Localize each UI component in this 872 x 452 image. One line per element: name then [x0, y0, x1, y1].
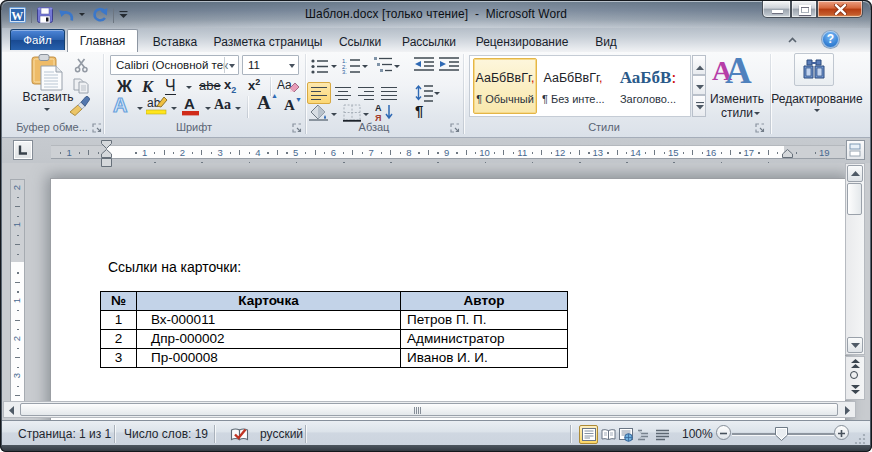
- svg-text:3.: 3.: [342, 69, 347, 74]
- svg-text:Aa: Aa: [277, 78, 292, 92]
- svg-text:А: А: [375, 103, 382, 113]
